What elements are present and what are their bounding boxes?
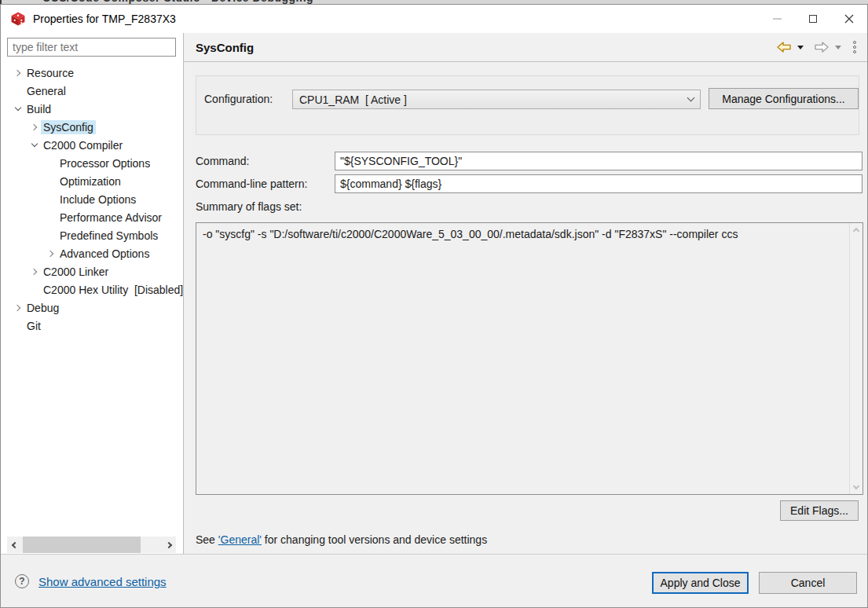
configuration-group: Configuration: CPU1_RAM [ Active ] Manag… (196, 75, 859, 135)
chevron-right-icon[interactable] (28, 121, 41, 134)
sidebar-item-include-options[interactable]: Include Options (1, 190, 183, 208)
cancel-button[interactable]: Cancel (759, 572, 857, 594)
sidebar-item-advanced-options[interactable]: Advanced Options (1, 244, 183, 262)
tree-item-label: Debug (24, 301, 61, 315)
tree-indent (12, 85, 24, 97)
apply-and-close-button[interactable]: Apply and Close (652, 572, 749, 594)
close-icon (844, 14, 854, 24)
general-note: See 'General' for changing tool versions… (196, 533, 487, 546)
tree-item-label: Advanced Options (57, 247, 152, 261)
command-line-pattern-value: ${command} ${flags} (340, 178, 441, 190)
configuration-value: CPU1_RAM [ Active ] (299, 93, 688, 106)
dialog-body: ResourceGeneralBuildSysConfigC2000 Compi… (1, 33, 867, 554)
dialog-footer: ? Show advanced settings Apply and Close… (1, 554, 867, 607)
back-history-dropdown-icon[interactable] (797, 46, 804, 49)
forward-history-dropdown-icon[interactable] (835, 46, 841, 49)
chevron-right-icon[interactable] (12, 67, 24, 79)
tree-item-label: C2000 Hex Utility [Disabled] (41, 283, 184, 297)
tree-indent (45, 211, 57, 224)
sidebar-item-c2000-linker[interactable]: C2000 Linker (1, 262, 183, 280)
scroll-up-arrow-icon[interactable] (853, 228, 859, 234)
flags-summary-textarea[interactable]: -o "syscfg" -s "D:/software/ti/c2000/C20… (196, 222, 863, 495)
flags-summary-label: Summary of flags set: (196, 200, 302, 213)
scroll-down-arrow-icon[interactable] (853, 483, 859, 489)
page-title: SysConfig (196, 41, 254, 54)
tree-indent (45, 157, 57, 170)
scroll-left-arrow-icon[interactable] (7, 537, 20, 553)
sidebar-item-sysconfig[interactable]: SysConfig (1, 118, 183, 136)
chevron-right-icon[interactable] (28, 266, 41, 278)
ccs-cube-icon (11, 12, 25, 26)
tree-item-label: Processor Options (57, 156, 152, 170)
main-panel: SysConfig Conf (184, 33, 867, 554)
properties-tree: ResourceGeneralBuildSysConfigC2000 Compi… (1, 64, 183, 335)
screen: CCS/Code Composer Studio - Device Debugg… (0, 0, 868, 608)
sidebar-item-performance-advisor[interactable]: Performance Advisor (1, 208, 183, 226)
note-suffix: for changing tool versions and device se… (262, 533, 487, 546)
command-line-pattern-field[interactable]: ${command} ${flags} (335, 174, 863, 193)
tree-indent (12, 320, 24, 332)
tree-item-label: C2000 Compiler (41, 138, 125, 152)
tree-item-label: Build (24, 102, 53, 116)
chevron-right-icon[interactable] (12, 302, 24, 314)
command-value: "${SYSCONFIG_TOOL}" (340, 155, 462, 167)
sidebar-item-debug[interactable]: Debug (1, 299, 183, 317)
show-advanced-settings-link[interactable]: Show advanced settings (38, 575, 167, 588)
minimize-icon (773, 18, 782, 20)
view-menu-icon[interactable] (853, 41, 856, 53)
sidebar-item-resource[interactable]: Resource (1, 64, 183, 82)
sidebar-item-optimization[interactable]: Optimization (1, 172, 183, 190)
tree-item-label: SysConfig (41, 120, 96, 134)
tree-item-label: Optimization (57, 174, 123, 189)
title-bar[interactable]: Properties for TMP_F2837X3 (1, 5, 867, 33)
tree-indent (28, 284, 41, 296)
filter-input[interactable] (7, 38, 176, 57)
tree-item-label: Performance Advisor (57, 211, 164, 225)
chevron-right-icon[interactable] (45, 247, 57, 260)
sidebar-item-git[interactable]: Git (1, 317, 183, 335)
scrollbar-thumb[interactable] (23, 537, 141, 553)
help-icon[interactable]: ? (15, 574, 29, 588)
sidebar-item-c2000-hex-utility-disabled[interactable]: C2000 Hex Utility [Disabled] (1, 280, 183, 299)
sidebar-horizontal-scrollbar[interactable] (7, 537, 176, 553)
minimize-button (759, 5, 795, 33)
tree-item-label: Resource (24, 66, 76, 80)
tree-item-label: C2000 Linker (41, 265, 111, 279)
back-arrow-icon[interactable] (776, 42, 792, 53)
tree-indent (45, 175, 57, 188)
command-label: Command: (196, 155, 249, 167)
scroll-right-arrow-icon[interactable] (163, 537, 176, 553)
configuration-select[interactable]: CPU1_RAM [ Active ] (292, 90, 701, 109)
window-title: Properties for TMP_F2837X3 (33, 13, 176, 25)
sidebar: ResourceGeneralBuildSysConfigC2000 Compi… (1, 33, 184, 554)
main-header: SysConfig (184, 33, 867, 62)
note-prefix: See (196, 533, 218, 546)
manage-configurations-button[interactable]: Manage Configurations... (709, 88, 859, 109)
maximize-icon (809, 15, 817, 23)
navigation-toolbar (776, 41, 856, 53)
tree-item-label: General (24, 84, 68, 98)
tree-item-label: Include Options (57, 192, 138, 207)
tree-indent (45, 193, 57, 206)
command-line-pattern-label: Command-line pattern: (196, 178, 307, 190)
command-field[interactable]: "${SYSCONFIG_TOOL}" (335, 152, 863, 170)
chevron-down-icon[interactable] (28, 139, 41, 152)
properties-dialog: Properties for TMP_F2837X3 ResourceGener… (0, 4, 868, 608)
close-button[interactable] (831, 5, 867, 33)
maximize-button[interactable] (795, 5, 831, 33)
sidebar-item-c2000-compiler[interactable]: C2000 Compiler (1, 136, 183, 154)
sidebar-item-general[interactable]: General (1, 82, 183, 100)
general-link[interactable]: 'General' (218, 533, 262, 546)
chevron-down-icon[interactable] (12, 103, 24, 115)
sidebar-item-build[interactable]: Build (1, 100, 183, 118)
edit-flags-button[interactable]: Edit Flags... (780, 500, 859, 521)
chevron-down-icon (687, 94, 695, 102)
configuration-label: Configuration: (204, 93, 273, 105)
tree-item-label: Git (24, 319, 43, 333)
sidebar-item-predefined-symbols[interactable]: Predefined Symbols (1, 226, 183, 244)
sidebar-item-processor-options[interactable]: Processor Options (1, 154, 183, 172)
flags-vertical-scrollbar[interactable] (849, 223, 863, 494)
tree-indent (45, 229, 57, 242)
forward-arrow-icon[interactable] (814, 42, 830, 53)
scrollbar-track[interactable] (20, 537, 163, 553)
